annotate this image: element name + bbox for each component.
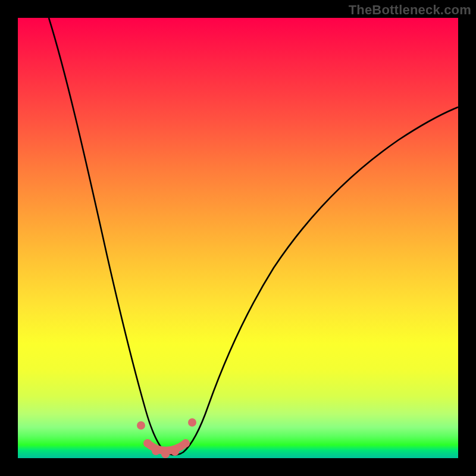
watermark-text: TheBottleneck.com [349,2,471,18]
bottleneck-curve [49,18,458,455]
svg-point-4 [161,450,170,458]
svg-point-6 [181,439,190,447]
plot-area [18,18,458,458]
svg-point-3 [152,447,160,455]
svg-point-5 [171,447,179,456]
valley-markers [137,418,196,458]
svg-point-2 [143,439,152,447]
chart-frame: TheBottleneck.com [0,0,476,476]
svg-point-1 [188,418,196,427]
bottleneck-curve-svg [18,18,458,458]
svg-point-0 [137,421,145,430]
